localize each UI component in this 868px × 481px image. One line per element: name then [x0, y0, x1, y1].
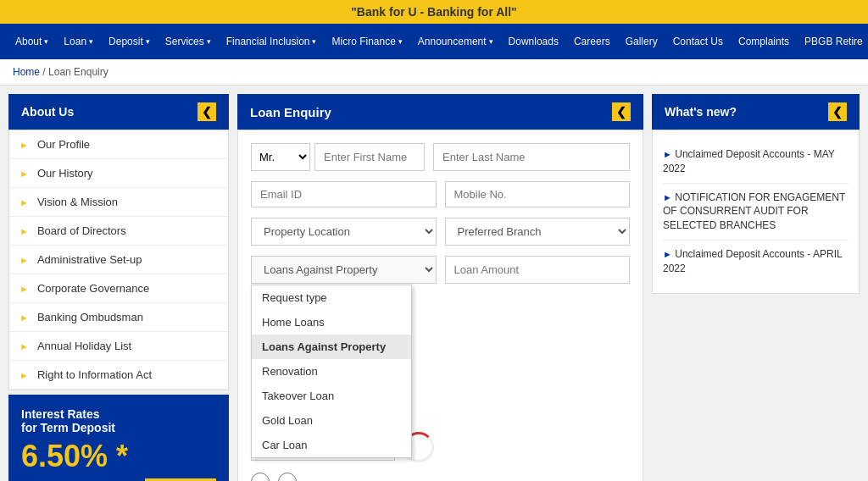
radio-no[interactable]: No	[278, 473, 297, 481]
nav-microfinance[interactable]: Micro Finance ▾	[325, 31, 409, 52]
chevron-right-icon: ►	[19, 140, 29, 150]
mobile-input[interactable]	[445, 181, 631, 207]
first-name-input[interactable]	[314, 143, 425, 171]
dropdown-item-lap[interactable]: Loans Against Property	[252, 334, 411, 359]
radio-row: Yes No	[251, 473, 630, 481]
dropdown-item-car-loan[interactable]: Car Loan	[252, 433, 411, 457]
chevron-down-icon: ▾	[44, 37, 48, 46]
radio-no-input[interactable]	[278, 473, 297, 481]
news-item-2[interactable]: ► NOTIFICATION FOR ENGAGEMENT OF CONSURR…	[663, 184, 849, 240]
breadcrumb: Home / Loan Enquiry	[0, 59, 868, 86]
radio-yes[interactable]: Yes	[251, 473, 270, 481]
nav-announcement[interactable]: Announcement ▾	[411, 31, 500, 52]
sidebar-item-board-directors[interactable]: ► Board of Directors	[9, 217, 228, 246]
last-name-input[interactable]	[433, 143, 630, 171]
news-arrow-icon: ►	[663, 192, 672, 202]
interest-subtitle: for Term Deposit	[21, 421, 216, 434]
whats-new-title: What's new?	[665, 105, 737, 119]
nav-contact[interactable]: Contact Us	[666, 31, 730, 52]
chevron-right-icon: ►	[19, 169, 29, 179]
chevron-right-icon: ►	[19, 370, 29, 380]
loan-enquiry-body: Mr. Mrs. Ms. Dr.	[237, 130, 643, 481]
sidebar-menu: ► Our Profile ► Our History ► Vision & M…	[8, 130, 229, 390]
whats-new-body: ► Unclaimed Deposit Accounts - MAY 2022 …	[652, 130, 860, 294]
news-item-3[interactable]: ► Unclaimed Deposit Accounts - APRIL 202…	[663, 240, 849, 283]
sidebar-item-admin-setup[interactable]: ► Administrative Set-up	[9, 246, 228, 274]
right-sidebar: What's new? ❮ ► Unclaimed Deposit Accoun…	[652, 94, 860, 481]
nav-downloads[interactable]: Downloads	[502, 31, 565, 52]
sidebar-item-banking-ombudsman[interactable]: ► Banking Ombudsman	[9, 303, 228, 332]
sidebar-item-vision-mission[interactable]: ► Vision & Mission	[9, 188, 228, 217]
location-row: Property Location Preferred Branch	[251, 218, 630, 246]
chevron-right-icon: ►	[19, 284, 29, 294]
nav-about[interactable]: About ▾	[8, 31, 55, 52]
sidebar-item-our-history[interactable]: ► Our History	[9, 159, 228, 188]
dropdown-item-takeover[interactable]: Takeover Loan	[252, 384, 411, 408]
request-type-select[interactable]: Request type Home Loans Loans Against Pr…	[251, 256, 437, 284]
chevron-right-icon: ►	[19, 226, 29, 236]
breadcrumb-home[interactable]: Home	[13, 66, 40, 78]
nav-financial[interactable]: Financial Inclusion ▾	[220, 31, 324, 52]
sidebar-item-rti[interactable]: ► Right to Information Act	[9, 361, 228, 390]
loan-enquiry-title: Loan Enquiry	[250, 105, 331, 119]
chevron-down-icon: ▾	[207, 37, 211, 46]
sidebar-item-our-profile[interactable]: ► Our Profile	[9, 130, 228, 159]
name-row: Mr. Mrs. Ms. Dr.	[251, 143, 630, 171]
chevron-right-icon: ►	[19, 341, 29, 351]
panel-toggle-button[interactable]: ❮	[612, 102, 631, 121]
nav-complaints[interactable]: Complaints	[732, 31, 796, 52]
sidebar-item-holiday-list[interactable]: ► Annual Holiday List	[9, 332, 228, 361]
loan-amount-input[interactable]	[445, 256, 631, 284]
sidebar-item-corporate-governance[interactable]: ► Corporate Governance	[9, 274, 228, 303]
chevron-down-icon: ▾	[489, 37, 493, 46]
loan-enquiry-header: Loan Enquiry ❮	[237, 94, 643, 130]
chevron-right-icon: ►	[19, 197, 29, 207]
nav-loan[interactable]: Loan ▾	[57, 31, 100, 52]
interest-title: Interest Rates	[21, 407, 216, 421]
main-layout: About Us ❮ ► Our Profile ► Our History ►…	[0, 86, 868, 481]
dropdown-item-home-loans[interactable]: Home Loans	[252, 310, 411, 334]
chevron-right-icon: ►	[19, 255, 29, 265]
title-select[interactable]: Mr. Mrs. Ms. Dr.	[251, 143, 310, 171]
radio-yes-input[interactable]	[251, 473, 270, 481]
sidebar-title: About Us	[21, 105, 74, 119]
sidebar-header: About Us ❮	[8, 94, 229, 130]
dropdown-item-renovation[interactable]: Renovation	[252, 359, 411, 384]
chevron-down-icon: ▾	[398, 37, 403, 46]
nav-pbgb[interactable]: PBGB Retire	[798, 31, 868, 52]
contact-row	[251, 181, 630, 207]
preferred-branch-select[interactable]: Preferred Branch	[445, 218, 631, 246]
breadcrumb-current: Loan Enquiry	[48, 66, 108, 78]
navbar: About ▾ Loan ▾ Deposit ▾ Services ▾ Fina…	[0, 24, 868, 59]
top-banner: "Bank for U - Banking for All"	[0, 0, 868, 24]
chevron-down-icon: ▾	[312, 37, 316, 46]
request-type-dropdown: Request type Home Loans Loans Against Pr…	[251, 285, 412, 458]
news-item-1[interactable]: ► Unclaimed Deposit Accounts - MAY 2022	[663, 141, 849, 184]
nav-gallery[interactable]: Gallery	[619, 31, 665, 52]
nav-careers[interactable]: Careers	[567, 31, 617, 52]
property-location-select[interactable]: Property Location	[251, 218, 437, 246]
chevron-down-icon: ▾	[89, 37, 93, 46]
nav-deposit[interactable]: Deposit ▾	[102, 31, 157, 52]
whats-new-header: What's new? ❮	[652, 94, 860, 130]
whats-new-toggle[interactable]: ❮	[828, 102, 847, 121]
news-arrow-icon: ►	[663, 149, 672, 159]
left-sidebar: About Us ❮ ► Our Profile ► Our History ►…	[8, 94, 229, 481]
email-input[interactable]	[251, 181, 437, 207]
banner-text: "Bank for U - Banking for All"	[351, 5, 517, 19]
dropdown-item-gold-loan[interactable]: Gold Loan	[252, 408, 411, 433]
news-arrow-icon: ►	[663, 249, 672, 259]
request-loan-row: Request type Home Loans Loans Against Pr…	[251, 256, 630, 284]
nav-services[interactable]: Services ▾	[159, 31, 218, 52]
interest-rate: 6.50% *	[21, 439, 216, 474]
chevron-down-icon: ▾	[146, 37, 150, 46]
sidebar-toggle-button[interactable]: ❮	[198, 102, 216, 121]
center-content: Loan Enquiry ❮ Mr. Mrs. Ms. Dr.	[237, 94, 643, 481]
interest-rates-box: Interest Rates for Term Deposit 6.50% * …	[8, 395, 229, 481]
dropdown-item-request-type[interactable]: Request type	[252, 285, 411, 310]
chevron-right-icon: ►	[19, 312, 29, 323]
